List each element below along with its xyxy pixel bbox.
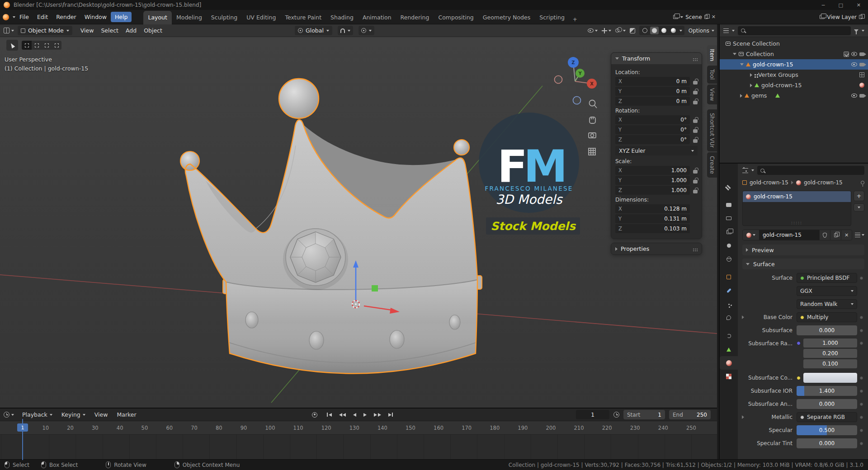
select-mode-intersect[interactable] xyxy=(52,41,61,50)
workspace-tab-modeling[interactable]: Modeling xyxy=(172,11,207,24)
metallic-link-button[interactable]: Separate RGB xyxy=(797,412,857,422)
tab-shortcut-vur[interactable]: Shortcut VUr xyxy=(707,109,717,151)
expand-icon[interactable] xyxy=(750,73,752,77)
workspace-tab-geometry-nodes[interactable]: Geometry Nodes xyxy=(478,11,535,24)
subsurface-color-swatch[interactable] xyxy=(803,373,857,383)
tab-output[interactable] xyxy=(720,212,738,225)
menu-marker[interactable]: Marker xyxy=(113,409,140,420)
view-layer-name[interactable]: View Layer xyxy=(827,14,857,20)
scene-name[interactable]: Scene xyxy=(685,14,702,20)
animate-dot[interactable] xyxy=(860,342,863,345)
auto-keying-icon[interactable] xyxy=(312,412,317,418)
lock-icon[interactable] xyxy=(693,170,698,174)
browse-material-button[interactable] xyxy=(743,230,759,240)
lock-icon[interactable] xyxy=(693,139,698,143)
dimensions-field[interactable]: X 0.128 m xyxy=(615,204,690,213)
animate-dot[interactable] xyxy=(860,416,863,419)
lock-icon[interactable] xyxy=(693,190,698,193)
surface-section-header[interactable]: Surface xyxy=(742,258,864,269)
tab-tool[interactable]: Tool xyxy=(707,66,717,83)
shading-material-button[interactable] xyxy=(660,27,668,34)
subsurface-ior-slider[interactable]: 1.400 xyxy=(797,386,857,396)
workspace-tab-scripting[interactable]: Scripting xyxy=(535,11,569,24)
filter-icon[interactable] xyxy=(854,29,859,32)
outliner-search-input[interactable] xyxy=(748,27,848,34)
panel-grip-icon[interactable] xyxy=(693,58,694,59)
workspace-tab-sculpting[interactable]: Sculpting xyxy=(207,11,242,24)
workspace-tab-shading[interactable]: Shading xyxy=(326,11,358,24)
timeline-track[interactable] xyxy=(0,435,717,459)
tab-item[interactable]: Item xyxy=(707,45,717,65)
tab-modifiers[interactable] xyxy=(720,284,738,297)
gizmos-dropdown[interactable] xyxy=(602,28,611,33)
outliner-row-mesh-data[interactable]: gold-crown-15 xyxy=(720,80,868,90)
lock-icon[interactable] xyxy=(693,101,698,104)
dimensions-field[interactable]: Y 0.131 m xyxy=(615,214,690,223)
collection-checkbox[interactable] xyxy=(844,52,849,57)
shading-solid-button[interactable] xyxy=(650,27,659,34)
axis-neg-x-ball[interactable] xyxy=(555,76,562,84)
menu-file[interactable]: File xyxy=(15,12,33,22)
workspace-tab-compositing[interactable]: Compositing xyxy=(434,11,478,24)
expand-icon[interactable] xyxy=(750,84,752,87)
scale-field[interactable]: Z 1.000 xyxy=(615,186,690,195)
timeline-editor-icon[interactable] xyxy=(4,412,9,418)
proportional-caret-icon[interactable] xyxy=(369,30,372,32)
lock-icon[interactable] xyxy=(693,180,698,183)
outliner-row-gems[interactable]: gems xyxy=(720,90,868,101)
prev-keyframe-button[interactable] xyxy=(337,412,349,418)
shading-rendered-button[interactable] xyxy=(669,27,678,34)
play-reverse-button[interactable] xyxy=(351,412,359,418)
snap-magnet-icon[interactable] xyxy=(340,28,345,33)
properties-editor-icon[interactable] xyxy=(742,168,748,173)
workspace-tab-uv-editing[interactable]: UV Editing xyxy=(242,11,280,24)
specular-tint-slider[interactable]: 0.000 xyxy=(797,438,857,448)
expand-icon[interactable] xyxy=(742,415,744,419)
hide-viewport-icon[interactable] xyxy=(851,94,857,98)
workspace-tab-texture-paint[interactable]: Texture Paint xyxy=(280,11,326,24)
minimize-button[interactable]: ─ xyxy=(822,2,825,8)
disable-render-icon[interactable] xyxy=(859,63,864,66)
menu-render[interactable]: Render xyxy=(52,12,80,22)
snap-toggle-group[interactable] xyxy=(338,26,353,35)
select-mode-extend[interactable] xyxy=(32,41,42,50)
fake-user-button[interactable] xyxy=(819,230,830,240)
subsurface-radius-field[interactable]: 0.200 xyxy=(803,349,857,358)
timeline-ruler[interactable]: 1102030405060708090100110120130140150160… xyxy=(0,421,717,435)
select-mode-subtract[interactable] xyxy=(42,41,52,50)
tab-material[interactable] xyxy=(720,356,738,370)
expand-icon[interactable] xyxy=(740,63,744,66)
pin-icon[interactable] xyxy=(861,181,864,184)
tab-object[interactable] xyxy=(720,270,738,284)
material-slot-list[interactable]: gold-crown-15 ::::: xyxy=(742,191,851,226)
scene-new-icon[interactable] xyxy=(704,15,708,19)
animate-dot[interactable] xyxy=(860,277,863,280)
tab-view-layer[interactable] xyxy=(720,225,738,239)
sss-method-dropdown[interactable]: Random Walk xyxy=(797,299,857,309)
overlays-dropdown[interactable] xyxy=(615,28,626,33)
material-name-field[interactable]: gold-crown-15 xyxy=(759,230,819,240)
menu-keying[interactable]: Keying xyxy=(58,409,89,420)
play-button[interactable] xyxy=(361,412,369,418)
shading-caret-icon[interactable] xyxy=(679,30,682,32)
outliner-search[interactable] xyxy=(738,26,851,35)
outliner-row-scene-collection[interactable]: Scene Collection xyxy=(720,38,868,49)
tab-render[interactable] xyxy=(720,198,738,212)
rotation-field[interactable]: X 0° xyxy=(615,115,690,124)
xray-toggle[interactable] xyxy=(630,28,635,33)
select-mode-set[interactable] xyxy=(22,41,32,50)
panel-grip-icon[interactable] xyxy=(693,249,694,249)
distribution-dropdown[interactable]: GGX xyxy=(797,286,857,296)
workspace-tab-layout[interactable]: Layout xyxy=(143,11,172,24)
scale-field[interactable]: Y 1.000 xyxy=(615,176,690,185)
tab-world[interactable] xyxy=(720,252,738,266)
menu-object[interactable]: Object xyxy=(140,25,166,36)
gizmo-y-handle[interactable] xyxy=(372,285,378,291)
viewport-3d[interactable]: F M FRANCESCO MILANESE 3D Models Stock M… xyxy=(0,37,717,408)
lock-icon[interactable] xyxy=(693,129,698,133)
hide-viewport-icon[interactable] xyxy=(851,62,857,66)
outliner-row-collection[interactable]: Collection xyxy=(720,49,868,59)
scene-browse-icon[interactable] xyxy=(673,15,678,19)
location-field[interactable]: X 0 m xyxy=(615,77,690,86)
material-slot-row[interactable]: gold-crown-15 xyxy=(743,191,851,202)
